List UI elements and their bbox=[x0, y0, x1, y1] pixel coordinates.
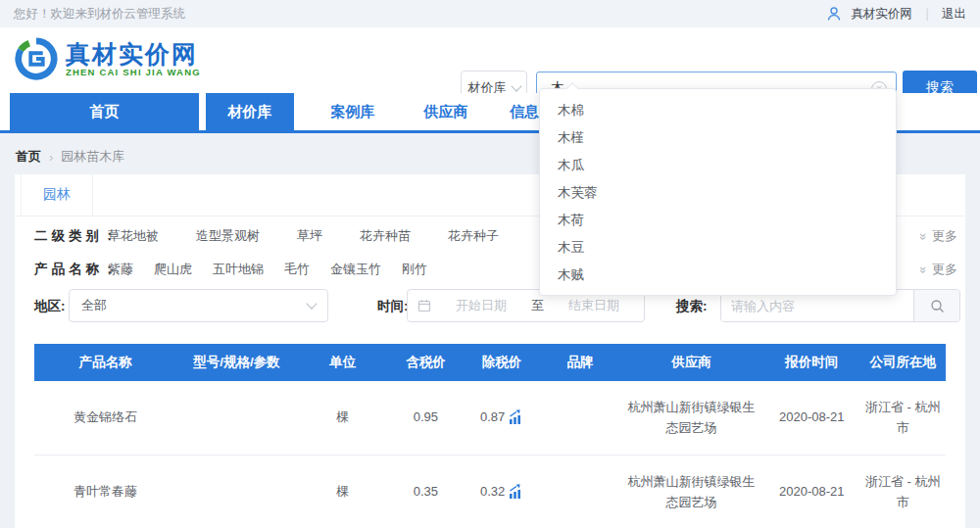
suggestion-item[interactable]: 木荷 bbox=[540, 207, 896, 234]
breadcrumb: 首页 › 园林苗木库 bbox=[16, 148, 124, 166]
category-item[interactable]: 花卉种苗 bbox=[360, 227, 411, 245]
site-home-link[interactable]: 真材实价网 bbox=[851, 6, 912, 23]
price-table: 产品名称 型号/规格/参数 单位 含税价 除税价 品牌 供应商 报价时间 公司所… bbox=[34, 344, 946, 528]
time-label: 时间: bbox=[377, 298, 409, 315]
category-item[interactable]: 草花地被 bbox=[108, 227, 159, 245]
nav-item-suppliers[interactable]: 供应商 bbox=[402, 93, 490, 130]
calendar-icon bbox=[417, 299, 431, 312]
cell-quote-date: 2020-08-21 bbox=[763, 482, 860, 503]
cell-quote-date: 2020-08-21 bbox=[763, 408, 860, 428]
category-filter-items: 草花地被 造型景观树 草坪 花卉种苗 花卉种子 bbox=[108, 227, 499, 245]
cell-company-location: 浙江省 - 杭州市 bbox=[860, 398, 946, 439]
logo-subtitle: ZHEN CAI SHI JIA WANG bbox=[66, 67, 201, 77]
cell-supplier: 杭州萧山新街镇绿银生态园艺场 bbox=[619, 398, 763, 439]
header-product-name: 产品名称 bbox=[34, 354, 176, 371]
end-date-placeholder[interactable]: 结束日期 bbox=[554, 297, 634, 314]
cell-price-tax: 0.95 bbox=[389, 408, 463, 428]
tab-garden[interactable]: 园林 bbox=[21, 174, 93, 216]
suggestion-item[interactable]: 木棉 bbox=[540, 97, 896, 124]
topbar-divider: ｜ bbox=[921, 6, 933, 23]
user-icon bbox=[826, 6, 842, 22]
cell-supplier: 杭州萧山新街镇绿银生态园艺场 bbox=[619, 472, 763, 513]
header-unit: 单位 bbox=[297, 354, 389, 371]
header-price-no-tax: 除税价 bbox=[463, 354, 541, 371]
suggestion-item[interactable]: 木槿 bbox=[540, 124, 896, 152]
page: 您好！欢迎来到材价云管理系统 真材实价网 ｜ 退出 bbox=[0, 0, 980, 528]
topbar-right: 真材实价网 ｜ 退出 bbox=[826, 6, 966, 23]
header-company-location: 公司所在地 bbox=[860, 354, 946, 371]
price-no-tax-value: 0.87 bbox=[480, 408, 505, 428]
keyword-label: 搜索: bbox=[676, 298, 708, 315]
cell-product-name: 黄金锦络石 bbox=[34, 408, 176, 428]
cell-price-tax: 0.35 bbox=[389, 482, 463, 503]
double-chevron-down-icon: » bbox=[916, 232, 931, 239]
header-brand: 品牌 bbox=[541, 354, 619, 371]
header: 真材实价网 ZHEN CAI SHI JIA WANG 材价库 ✕ 搜索 bbox=[0, 27, 980, 93]
category-item[interactable]: 草坪 bbox=[297, 227, 322, 245]
region-select[interactable]: 全部 bbox=[69, 289, 328, 322]
product-item[interactable]: 紫藤 bbox=[108, 261, 133, 278]
price-no-tax-value: 0.32 bbox=[480, 482, 505, 503]
category-item[interactable]: 花卉种子 bbox=[448, 227, 499, 245]
start-date-placeholder[interactable]: 开始日期 bbox=[441, 297, 521, 314]
breadcrumb-current: 园林苗木库 bbox=[61, 148, 124, 166]
category-more-label: 更多 bbox=[932, 227, 957, 245]
logo-title: 真材实价网 bbox=[66, 41, 201, 67]
product-filter-items: 紫藤 爬山虎 五叶地锦 毛竹 金镶玉竹 刚竹 bbox=[108, 261, 427, 278]
nav-item-home[interactable]: 首页 bbox=[10, 93, 199, 130]
product-item[interactable]: 金镶玉竹 bbox=[330, 261, 381, 278]
magnifier-icon bbox=[930, 299, 945, 313]
double-chevron-down-icon: » bbox=[916, 265, 931, 272]
product-more-button[interactable]: » 更多 bbox=[920, 261, 957, 278]
header-quote-date: 报价时间 bbox=[763, 354, 860, 371]
product-item[interactable]: 刚竹 bbox=[402, 261, 427, 278]
cell-unit: 棵 bbox=[297, 408, 389, 428]
header-price-tax: 含税价 bbox=[389, 354, 463, 371]
table-row[interactable]: 黄金锦络石 棵 0.95 0.87 bbox=[34, 381, 946, 456]
date-range-to: 至 bbox=[531, 297, 544, 314]
header-supplier: 供应商 bbox=[619, 354, 763, 371]
region-value: 全部 bbox=[81, 297, 107, 314]
suggestion-item[interactable]: 木芙蓉 bbox=[540, 179, 896, 207]
category-more-button[interactable]: » 更多 bbox=[920, 227, 957, 245]
welcome-text: 您好！欢迎来到材价云管理系统 bbox=[14, 6, 185, 23]
cell-product-name: 青叶常春藤 bbox=[34, 482, 176, 503]
logout-link[interactable]: 退出 bbox=[942, 6, 966, 23]
table-header: 产品名称 型号/规格/参数 单位 含税价 除税价 品牌 供应商 报价时间 公司所… bbox=[34, 344, 946, 381]
table-row[interactable]: 青叶常春藤 棵 0.35 0.32 bbox=[34, 456, 946, 528]
product-item[interactable]: 爬山虎 bbox=[154, 261, 192, 278]
product-more-label: 更多 bbox=[932, 261, 957, 278]
suggestion-item[interactable]: 木瓜 bbox=[540, 152, 896, 179]
logo-text: 真材实价网 ZHEN CAI SHI JIA WANG bbox=[66, 41, 201, 77]
price-trend-chart-icon[interactable] bbox=[508, 484, 523, 500]
nav-item-price-library[interactable]: 材价库 bbox=[206, 93, 294, 130]
suggestion-item[interactable]: 木贼 bbox=[540, 262, 896, 289]
search-suggestions-dropdown: 木棉 木槿 木瓜 木芙蓉 木荷 木豆 木贼 bbox=[539, 88, 897, 296]
chevron-down-icon bbox=[306, 298, 317, 309]
logo-icon bbox=[14, 36, 59, 81]
chevron-down-icon bbox=[511, 80, 521, 91]
header-spec: 型号/规格/参数 bbox=[176, 354, 297, 371]
product-item[interactable]: 毛竹 bbox=[284, 261, 310, 278]
topbar: 您好！欢迎来到材价云管理系统 真材实价网 ｜ 退出 bbox=[0, 0, 980, 27]
breadcrumb-separator: › bbox=[49, 150, 53, 165]
nav-item-case-library[interactable]: 案例库 bbox=[309, 93, 397, 130]
region-label: 地区: bbox=[34, 298, 66, 315]
price-trend-chart-icon[interactable] bbox=[508, 409, 523, 425]
cell-unit: 棵 bbox=[297, 482, 389, 503]
keyword-search-button[interactable] bbox=[913, 290, 959, 321]
category-item[interactable]: 造型景观树 bbox=[196, 227, 260, 245]
product-item[interactable]: 五叶地锦 bbox=[213, 261, 264, 278]
logo[interactable]: 真材实价网 ZHEN CAI SHI JIA WANG bbox=[14, 36, 201, 81]
cell-price-no-tax: 0.32 bbox=[463, 482, 541, 503]
cell-company-location: 浙江省 - 杭州市 bbox=[860, 472, 946, 513]
breadcrumb-home[interactable]: 首页 bbox=[16, 148, 41, 166]
cell-price-no-tax: 0.87 bbox=[463, 408, 541, 428]
suggestion-item[interactable]: 木豆 bbox=[540, 234, 896, 262]
